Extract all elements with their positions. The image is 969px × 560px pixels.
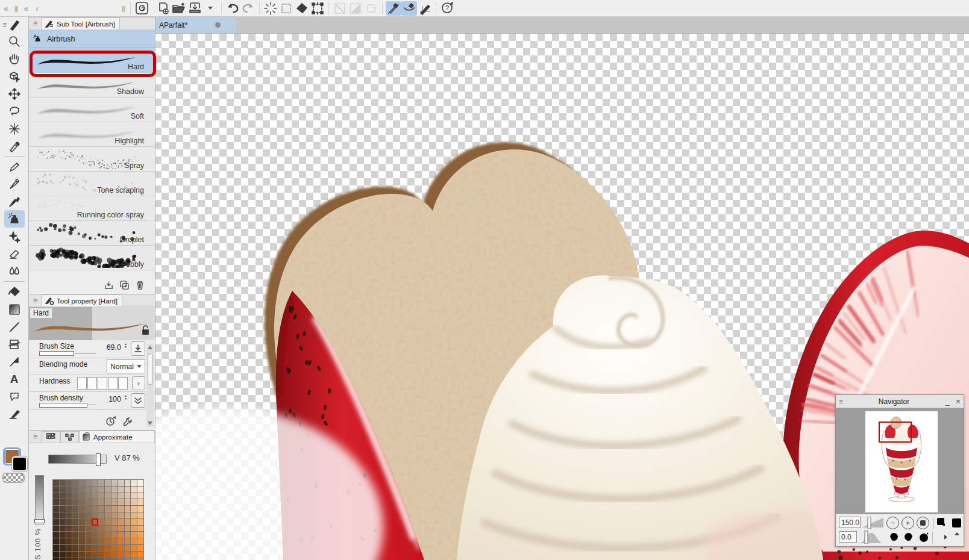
color-grid-cell[interactable]	[105, 545, 111, 552]
fit-window-icon[interactable]	[936, 517, 948, 529]
color-grid-cell[interactable]	[131, 532, 137, 538]
hardness-level-4[interactable]	[108, 377, 118, 390]
color-set-tab[interactable]	[60, 431, 79, 443]
document-tab[interactable]: AParfait*	[154, 17, 236, 33]
tool-balloon[interactable]	[4, 388, 25, 405]
color-grid-cell[interactable]	[79, 538, 86, 545]
color-grid-cell[interactable]	[66, 512, 73, 519]
color-grid-cell[interactable]	[118, 506, 125, 512]
subtool-menu-icon[interactable]: ≡	[30, 19, 40, 29]
hardness-expand-button[interactable]: ›	[132, 376, 145, 390]
subtool-item-droplet[interactable]: Droplet	[29, 221, 155, 246]
color-grid-cell[interactable]	[92, 526, 99, 532]
brush-density-value[interactable]: 100	[108, 395, 121, 403]
color-grid-cell[interactable]	[72, 499, 79, 506]
color-grid-cell[interactable]	[92, 538, 99, 545]
subtool-panel-tab[interactable]: Sub Tool [Airbrush]	[42, 17, 120, 30]
color-grid-cell[interactable]	[79, 512, 86, 519]
color-grid-cell[interactable]	[111, 526, 118, 532]
color-grid-cell[interactable]	[131, 499, 137, 506]
color-grid-cell[interactable]	[66, 493, 73, 500]
color-grid-cell[interactable]	[79, 480, 86, 487]
color-grid-cell[interactable]	[72, 552, 79, 558]
tool-brush[interactable]	[4, 193, 25, 210]
color-grid-cell[interactable]	[79, 558, 86, 560]
color-grid-cell[interactable]	[105, 526, 111, 532]
color-grid-cell[interactable]	[125, 532, 131, 538]
save-button[interactable]	[187, 1, 202, 16]
delete-subtool-icon[interactable]	[135, 280, 145, 290]
color-grid-cell[interactable]	[125, 506, 131, 512]
color-grid-cell[interactable]	[125, 512, 131, 519]
color-grid-cell[interactable]	[118, 499, 125, 506]
minimize-icon[interactable]: _	[942, 397, 953, 406]
tool-gradient[interactable]	[4, 300, 25, 318]
open-file-button[interactable]	[171, 1, 187, 16]
new-file-button[interactable]	[155, 1, 171, 16]
color-grid-cell[interactable]	[137, 532, 144, 538]
color-grid-cell[interactable]	[118, 487, 125, 493]
saturation-slider[interactable]	[35, 475, 44, 524]
color-grid-cell[interactable]	[98, 552, 105, 558]
color-grid-cell[interactable]	[98, 526, 105, 532]
subtool-item-running-color-spray[interactable]: Running color spray	[29, 196, 155, 221]
tool-text[interactable]: A	[4, 370, 25, 388]
color-grid-cell[interactable]	[105, 519, 111, 526]
subtool-item-hard[interactable]: Hard	[29, 48, 155, 73]
zoom-slider[interactable]	[861, 517, 884, 529]
subtool-item-shadow[interactable]: Shadow	[29, 73, 155, 98]
color-grid-cell[interactable]	[86, 499, 92, 506]
color-grid-cell[interactable]	[137, 545, 144, 552]
tool-frame-border[interactable]	[4, 335, 25, 353]
color-grid-cell[interactable]	[79, 499, 86, 506]
tool-property-tab[interactable]: Tool property [Hard]	[42, 294, 122, 306]
tool-lasso-select[interactable]	[4, 102, 25, 120]
color-grid-cell[interactable]	[92, 506, 99, 512]
color-grid-cell[interactable]	[98, 487, 105, 493]
color-grid-cell[interactable]	[131, 480, 137, 487]
hardness-level-3[interactable]	[98, 377, 107, 390]
transform-button[interactable]	[310, 1, 325, 16]
color-grid-cell[interactable]	[92, 493, 99, 500]
color-grid-cell[interactable]	[66, 519, 73, 526]
fill-button[interactable]	[294, 1, 310, 16]
fit-to-screen-button[interactable]	[917, 517, 929, 529]
tool-blend[interactable]	[4, 263, 25, 280]
color-grid-cell[interactable]	[118, 552, 125, 558]
color-grid-cell[interactable]	[60, 526, 66, 532]
transparent-color-swatch[interactable]	[2, 473, 25, 483]
unlock-icon[interactable]	[141, 325, 150, 335]
help-button[interactable]: ?	[439, 1, 455, 16]
color-grid-cell[interactable]	[131, 538, 137, 545]
redo-button[interactable]	[240, 1, 256, 16]
color-grid-cell[interactable]	[72, 558, 79, 560]
color-grid-cell[interactable]	[105, 558, 111, 560]
color-grid-cell[interactable]	[86, 558, 92, 560]
grip-icon[interactable]: |||	[12, 5, 20, 12]
color-grid-cell[interactable]	[125, 552, 131, 558]
color-grid-cell[interactable]	[60, 506, 66, 512]
color-grid-cell[interactable]	[125, 487, 131, 493]
color-grid-cell[interactable]	[111, 506, 118, 512]
color-grid-cell[interactable]	[66, 552, 73, 558]
color-grid-cell[interactable]	[86, 545, 92, 552]
color-grid-cell[interactable]	[98, 512, 105, 519]
tool-zoom[interactable]	[4, 33, 25, 50]
hardness-level-2[interactable]	[87, 377, 97, 390]
tool-ruler[interactable]	[4, 405, 25, 423]
color-grid-cell[interactable]	[125, 538, 131, 545]
color-grid-cell[interactable]	[105, 512, 111, 519]
brush-size-slider[interactable]	[39, 351, 96, 356]
toolbar-menu-icon[interactable]: ≡	[0, 20, 9, 29]
color-grid-cell[interactable]	[131, 552, 137, 558]
color-grid-cell[interactable]	[125, 558, 131, 560]
color-grid-cell[interactable]	[60, 487, 66, 493]
color-grid-cell[interactable]	[53, 493, 60, 500]
tool-airbrush[interactable]	[4, 210, 25, 228]
collapse-left-icon[interactable]: «	[20, 4, 32, 13]
color-grid-cell[interactable]	[86, 538, 92, 545]
rotation-slider[interactable]	[858, 530, 884, 544]
color-grid-cell[interactable]	[111, 487, 118, 493]
color-grid-cell[interactable]	[118, 480, 125, 487]
color-grid-cell[interactable]	[137, 480, 144, 487]
